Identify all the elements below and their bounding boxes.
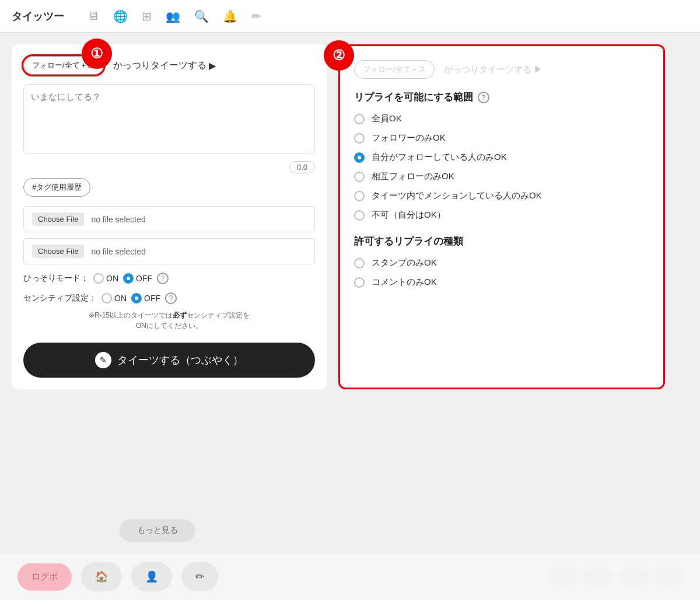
- type-radio-1[interactable]: [354, 258, 365, 268]
- reply-radio-3[interactable]: [354, 152, 365, 163]
- choose-file-button-1[interactable]: Choose File: [32, 212, 84, 226]
- sensitive-on-radio[interactable]: [102, 293, 112, 304]
- more-button[interactable]: もっと見る: [120, 519, 195, 542]
- tweet-textarea[interactable]: [23, 84, 315, 154]
- reply-option-5[interactable]: タイーツ内でメンションしている人のみOK: [354, 190, 649, 201]
- right-panel-top-row: フォロー/全て＋ス がっつりタイーツする ▶: [354, 60, 649, 79]
- hissori-off-radio[interactable]: [123, 273, 134, 284]
- tag-history-button[interactable]: #タグ使用履歴: [23, 178, 90, 197]
- reply-option-2[interactable]: フォロワーのみOK: [354, 132, 649, 144]
- right-follow-btn: フォロー/全て＋ス: [354, 60, 435, 79]
- tweet-btn-label: タイーツする（つぶやく）: [117, 353, 243, 367]
- reply-section-title: リプライを可能にする範囲 ?: [354, 90, 649, 104]
- reply-label-2: フォロワーのみOK: [372, 132, 446, 144]
- char-count-row: 0.0: [23, 161, 315, 173]
- nav-globe-icon[interactable]: 🌐: [113, 9, 128, 23]
- file2-label: no file selected: [91, 247, 145, 256]
- reply-label-1: 全員OK: [372, 113, 402, 124]
- char-count: 0.0: [289, 161, 315, 173]
- edit-button[interactable]: ✏: [181, 562, 218, 591]
- gattsuri-link[interactable]: かっつりタイーツする ▶: [113, 60, 216, 72]
- reply-help-icon[interactable]: ?: [478, 92, 489, 103]
- nav-search-icon[interactable]: 🔍: [194, 9, 209, 23]
- hissori-on-option[interactable]: ON: [93, 273, 118, 284]
- hissori-off-option[interactable]: OFF: [123, 273, 152, 284]
- nav-monitor-icon[interactable]: 🖥: [88, 9, 99, 23]
- reply-option-6[interactable]: 不可（自分はOK）: [354, 210, 649, 221]
- right-panel: ② フォロー/全て＋ス がっつりタイーツする ▶ リプライを可能にする範囲 ? …: [338, 44, 665, 389]
- type-option-2[interactable]: コメントのみOK: [354, 277, 649, 288]
- right-btn-3: [620, 568, 648, 585]
- nav-user-icon[interactable]: 👥: [166, 9, 180, 23]
- reply-radio-6[interactable]: [354, 210, 365, 221]
- file-inputs: Choose File no file selected Choose File…: [23, 206, 315, 264]
- reply-label-4: 相互フォローのみOK: [372, 171, 454, 182]
- reply-label-6: 不可（自分はOK）: [372, 210, 446, 221]
- arrow-icon: ▶: [209, 60, 216, 71]
- hissori-help-icon[interactable]: ?: [157, 273, 169, 284]
- right-gattsuri-label: がっつりタイーツする ▶: [444, 64, 542, 75]
- hissori-off-label: OFF: [136, 274, 152, 283]
- type-section-title: 許可するリプライの種類: [354, 235, 649, 248]
- sensitive-on-label: ON: [114, 294, 127, 303]
- sensitive-on-option[interactable]: ON: [102, 293, 127, 304]
- reply-label-3: 自分がフォローしている人のみOK: [372, 152, 507, 163]
- sensitive-setting-row: センシティブ設定： ON OFF ?: [23, 292, 315, 304]
- warning-text: ※R-15以上のタイーツでは必ずセンシティブ設定をONにしてください。: [23, 310, 315, 331]
- hissori-on-radio[interactable]: [93, 273, 104, 284]
- reply-option-1[interactable]: 全員OK: [354, 113, 649, 124]
- user-icon: 👤: [145, 570, 158, 583]
- reply-option-4[interactable]: 相互フォローのみOK: [354, 171, 649, 182]
- hissori-label: ひっそりモード：: [23, 273, 89, 284]
- reply-options-list: 全員OK フォロワーのみOK 自分がフォローしている人のみOK 相互フォローのみ…: [354, 113, 649, 221]
- type-option-1[interactable]: スタンプのみOK: [354, 257, 649, 268]
- user-button[interactable]: 👤: [131, 562, 172, 591]
- right-btn-1: [550, 568, 578, 585]
- nav-grid-icon[interactable]: ⊞: [142, 9, 152, 23]
- reply-radio-5[interactable]: [354, 191, 365, 201]
- nav-bell-icon[interactable]: 🔔: [223, 9, 237, 23]
- top-nav: タイッツー 🖥 🌐 ⊞ 👥 🔍 🔔 ✏: [0, 0, 700, 33]
- sensitive-off-option[interactable]: OFF: [131, 293, 160, 304]
- hissori-on-label: ON: [106, 274, 118, 283]
- right-btn-4: [654, 568, 682, 585]
- type-label-2: コメントのみOK: [372, 277, 437, 288]
- app-logo: タイッツー: [12, 9, 64, 23]
- right-btn-2: [584, 568, 612, 585]
- choose-file-button-2[interactable]: Choose File: [32, 245, 84, 258]
- reply-option-3[interactable]: 自分がフォローしている人のみOK: [354, 152, 649, 163]
- left-panel-top-row: フォロー/全て＋ス かっつりタイーツする ▶: [23, 56, 315, 75]
- annotation-1: ①: [82, 39, 112, 69]
- annotation-2: ②: [324, 40, 354, 71]
- nav-edit-icon[interactable]: ✏: [251, 9, 261, 23]
- gattsuri-label: かっつりタイーツする: [113, 60, 206, 72]
- reply-radio-4[interactable]: [354, 172, 365, 182]
- bottom-nav: ログボ 🏠 👤 ✏: [0, 553, 700, 600]
- type-radio-2[interactable]: [354, 277, 365, 288]
- type-options-list: スタンプのみOK コメントのみOK: [354, 257, 649, 288]
- file-input-row-2: Choose File no file selected: [23, 238, 315, 264]
- reply-radio-1[interactable]: [354, 114, 365, 124]
- home-icon: 🏠: [95, 570, 108, 583]
- sensitive-off-radio[interactable]: [131, 293, 142, 304]
- sensitive-label: センシティブ設定：: [23, 293, 97, 304]
- login-bonus-label: ログボ: [32, 571, 58, 582]
- main-area: ① フォロー/全て＋ス かっつりタイーツする ▶ 0.0 #タグ使用履歴 Cho…: [0, 33, 700, 401]
- tweet-button[interactable]: タイーツする（つぶやく）: [23, 343, 315, 378]
- login-bonus-button[interactable]: ログボ: [18, 563, 72, 591]
- left-panel: ① フォロー/全て＋ス かっつりタイーツする ▶ 0.0 #タグ使用履歴 Cho…: [12, 44, 327, 389]
- hissori-mode-row: ひっそりモード： ON OFF ?: [23, 273, 315, 284]
- tweet-btn-icon: [95, 352, 111, 368]
- home-button[interactable]: 🏠: [81, 562, 122, 591]
- file1-label: no file selected: [91, 215, 145, 224]
- file-input-row-1: Choose File no file selected: [23, 206, 315, 232]
- edit-icon: ✏: [195, 570, 204, 583]
- sensitive-help-icon[interactable]: ?: [165, 292, 177, 304]
- sensitive-off-label: OFF: [144, 294, 160, 303]
- type-label-1: スタンプのみOK: [372, 257, 437, 268]
- reply-label-5: タイーツ内でメンションしている人のみOK: [372, 190, 542, 201]
- reply-radio-2[interactable]: [354, 133, 365, 144]
